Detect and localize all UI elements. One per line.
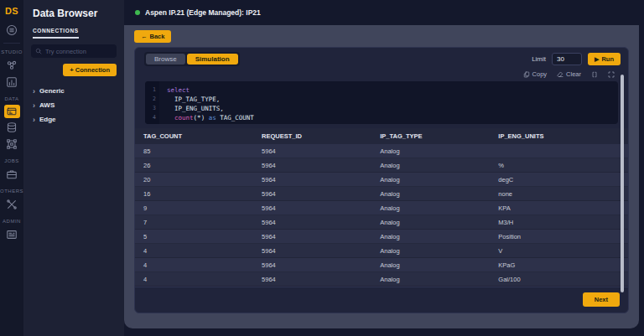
table-row[interactable]: 165964Analognone (135, 187, 628, 201)
view-tabs: BrowseSimulation (144, 52, 240, 66)
table-cell: Analog (371, 187, 490, 201)
table-cell: 4 (135, 258, 253, 272)
rail-section-studio: STUDIO (1, 49, 23, 54)
tab-simulation[interactable]: Simulation (187, 54, 238, 65)
table-cell: 5964 (253, 158, 371, 173)
add-connection-button[interactable]: + Connection (63, 64, 117, 76)
schema-icon[interactable] (0, 136, 23, 152)
table-row[interactable]: 855964Analog (135, 144, 628, 158)
table-cell: Analog (371, 201, 490, 215)
main-area: Aspen IP.21 (Edge Managed): IP21 ← Back … (124, 0, 644, 336)
table-cell: 5964 (253, 272, 371, 287)
fullscreen-icon (608, 71, 615, 78)
rail-section-others: OTHERS (0, 189, 23, 194)
clear-label: Clear (566, 70, 581, 78)
table-cell: KPA (490, 201, 628, 215)
editor-toolbar: Copy Clear (135, 69, 628, 81)
table-cell: Analog (371, 144, 490, 158)
line-number-gutter: 1234567 (145, 81, 159, 124)
column-header-ip_tag_type: IP_TAG_TYPE (371, 128, 490, 144)
table-cell: KPaG (490, 258, 628, 272)
connections-tree: ›Generic›AWS›Edge (33, 84, 115, 127)
chevron-right-icon: › (33, 103, 35, 108)
run-button[interactable]: ▶ Run (588, 53, 621, 65)
rail-section-admin: ADMIN (3, 219, 21, 224)
search-input[interactable] (45, 48, 112, 55)
table-cell: 5964 (253, 215, 371, 230)
table-row[interactable]: 45964AnalogGal/100 (135, 272, 628, 287)
table-cell: 9 (135, 201, 253, 215)
table-cell: M3/H (490, 215, 628, 230)
admin-icon[interactable] (0, 226, 23, 243)
table-cell: none (490, 187, 628, 201)
table-cell: 4 (135, 244, 253, 258)
table-cell: Position (490, 230, 628, 244)
jobs-icon[interactable] (0, 166, 23, 183)
tab-connections[interactable]: CONNECTIONS (33, 28, 79, 39)
table-cell: 7 (135, 215, 253, 230)
column-header-request_id: REQUEST_ID (253, 128, 371, 144)
chevron-right-icon: › (33, 89, 35, 94)
table-row[interactable]: 95964AnalogKPA (135, 201, 628, 215)
sql-code: select IP_TAG_TYPE, IP_ENG_UNITS, count(… (159, 81, 296, 124)
table-row[interactable]: 45964AnalogV (135, 244, 628, 258)
table-cell: Analog (371, 158, 490, 173)
table-row[interactable]: 265964Analog% (135, 158, 628, 173)
tree-item-label: Generic (39, 87, 65, 95)
table-row[interactable]: 55964AnalogPosition (135, 230, 628, 244)
tools-icon[interactable] (0, 196, 23, 213)
copy-label: Copy (532, 70, 548, 78)
table-cell: degC (490, 173, 628, 187)
connection-search[interactable] (31, 44, 117, 58)
tree-item-edge[interactable]: ›Edge (33, 112, 115, 127)
back-arrow-icon: ← (141, 33, 148, 40)
app-logo: DS (0, 0, 23, 22)
query-panel: BrowseSimulation Limit ▶ Run Copy (134, 47, 629, 313)
results-table-wrap: TAG_COUNTREQUEST_IDIP_TAG_TYPEIP_ENG_UNI… (135, 128, 628, 287)
table-row[interactable]: 45964AnalogKPaG (135, 258, 628, 272)
table-cell: 20 (135, 173, 253, 187)
table-cell: 5 (135, 230, 253, 244)
table-cell: Analog (371, 173, 490, 187)
table-cell: 5964 (253, 187, 371, 201)
rail-section-data: DATA (4, 96, 18, 101)
scrollbar[interactable] (621, 75, 624, 292)
pipelines-icon[interactable] (0, 57, 23, 74)
limit-input[interactable] (552, 53, 582, 65)
table-cell: Analog (371, 272, 490, 287)
chevron-right-icon: › (33, 117, 35, 122)
data-browser-icon[interactable] (0, 104, 23, 119)
table-header-row: TAG_COUNTREQUEST_IDIP_TAG_TYPEIP_ENG_UNI… (135, 128, 628, 144)
tree-item-generic[interactable]: ›Generic (33, 84, 115, 98)
table-cell: 85 (135, 144, 253, 158)
database-icon[interactable] (0, 119, 23, 136)
next-button[interactable]: Next (583, 292, 620, 307)
table-row[interactable]: 75964AnalogM3/H (135, 215, 628, 230)
tree-item-label: Edge (39, 116, 56, 123)
connections-sidebar: Data Browser CONNECTIONS + Connection ›G… (23, 0, 124, 336)
clear-button[interactable]: Clear (557, 70, 581, 78)
run-label: Run (601, 55, 614, 63)
back-label: Back (150, 33, 165, 40)
copy-icon (523, 71, 530, 78)
table-cell: 5964 (253, 230, 371, 244)
table-cell: 5964 (253, 201, 371, 215)
table-cell: 5964 (253, 173, 371, 187)
expand-button[interactable] (608, 71, 615, 78)
analytics-icon[interactable] (0, 74, 23, 90)
content-area: ← Back BrowseSimulation Limit ▶ Run Co (124, 25, 639, 328)
table-cell (490, 144, 628, 158)
format-button[interactable] (591, 71, 598, 78)
table-cell: Analog (371, 215, 490, 230)
tree-item-aws[interactable]: ›AWS (33, 98, 115, 112)
copy-button[interactable]: Copy (523, 70, 548, 78)
tab-browse[interactable]: Browse (146, 54, 185, 65)
sql-editor[interactable]: 1234567 select IP_TAG_TYPE, IP_ENG_UNITS… (145, 81, 618, 124)
table-cell: 26 (135, 158, 253, 173)
table-row[interactable]: 205964AnalogdegC (135, 173, 628, 187)
column-header-tag_count: TAG_COUNT (135, 128, 253, 144)
menu-icon[interactable] (0, 22, 23, 39)
panel-footer: Next (135, 287, 628, 313)
back-button[interactable]: ← Back (134, 30, 171, 43)
table-cell: Analog (371, 258, 490, 272)
